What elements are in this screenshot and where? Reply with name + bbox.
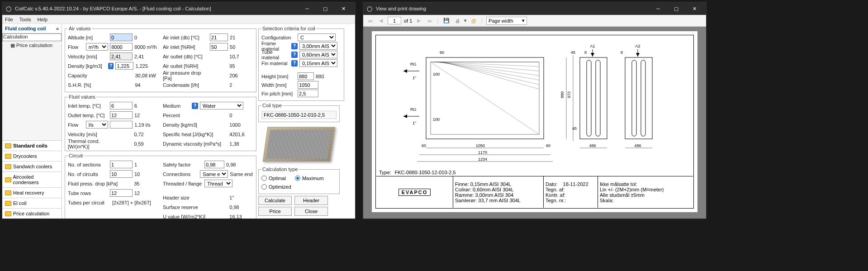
sidebar-sec-el-coil[interactable]: El coil — [2, 198, 62, 208]
price-button[interactable]: Price — [258, 207, 292, 216]
close-button[interactable]: ✕ — [685, 2, 703, 15]
flow-input[interactable] — [110, 43, 133, 51]
spheat-out: 4201,6 — [229, 132, 253, 137]
outlet-temp-input[interactable] — [110, 111, 133, 119]
fin-select[interactable]: 0,15mm AISI 30 — [299, 59, 337, 67]
tb-skala: Skala: — [600, 198, 691, 203]
svg-marker-34 — [591, 53, 594, 57]
radio-optimized[interactable] — [261, 184, 267, 190]
svg-text:60: 60 — [422, 143, 426, 148]
radio-optimal[interactable] — [261, 176, 267, 181]
svg-text:A1: A1 — [590, 44, 595, 48]
info-icon[interactable]: ? — [291, 52, 298, 58]
maximize-button[interactable]: ▢ — [316, 2, 334, 15]
uval-label: U value [W/(m2*K)] — [163, 214, 209, 219]
next-page-icon[interactable]: ▶ — [415, 17, 423, 25]
sidebar-sec-aircooled[interactable]: Aircooled condensers — [2, 171, 62, 187]
medium-select[interactable]: Water — [200, 102, 243, 109]
calculate-button[interactable]: Calculate — [258, 196, 292, 205]
fluid-flow-input[interactable] — [110, 121, 133, 128]
menu-help[interactable]: Help — [37, 17, 47, 22]
inlet-temp-input[interactable] — [110, 102, 133, 109]
shr-out: 94 — [135, 82, 158, 88]
circuits-out: 10 — [134, 171, 158, 177]
height-input[interactable] — [298, 72, 314, 80]
tube-select[interactable]: 0,60mm AISI 30 — [299, 51, 337, 58]
maximize-button[interactable]: ▢ — [667, 2, 685, 15]
sections-out: 1 — [134, 162, 158, 167]
config-select[interactable]: C — [298, 33, 336, 41]
fdensity-label: Density [kg/m3] — [163, 122, 209, 128]
fp-out: 35 — [134, 181, 158, 186]
sidebar-item-calculation[interactable]: Calculation — [2, 33, 62, 41]
density-out: 1,225 — [135, 63, 158, 69]
config-label: Configuration — [261, 35, 296, 40]
coil-preview-image — [263, 127, 336, 162]
flow-unit-select[interactable]: m³/h — [86, 43, 108, 51]
percent-label: Percent — [163, 113, 209, 118]
sidebar-sec-drycoolers[interactable]: Drycoolers — [2, 151, 62, 161]
header-button[interactable]: Header — [294, 196, 328, 205]
capacity-out: 30,08 kW — [135, 73, 158, 78]
save-icon[interactable]: 💾 — [442, 17, 451, 25]
velocity-label: Velocity [m/s] — [68, 54, 108, 59]
info-icon[interactable]: ? — [291, 43, 298, 49]
sf-input[interactable] — [204, 161, 224, 168]
sidebar-sec-price-calculation[interactable]: Price calculation — [2, 208, 62, 219]
fluid-flow-unit[interactable]: l/s — [86, 121, 108, 128]
sidebar-item-price-calc[interactable]: ▦ Price calculation — [2, 41, 62, 50]
inlet-db-label: Air inlet (db) [°C] — [163, 35, 208, 40]
width-input[interactable] — [298, 81, 318, 89]
velocity-input[interactable] — [110, 52, 133, 60]
radio-maximum[interactable] — [295, 176, 300, 181]
density-input[interactable] — [115, 62, 133, 70]
sidebar-sec-standard-coils[interactable]: Standard coils — [2, 140, 62, 151]
email-icon[interactable]: @ — [470, 17, 478, 25]
drawing-viewport[interactable]: RG RG 1" 1" 90 100 100 1050 1170 1234 60… — [363, 27, 706, 219]
dp-label: Air pressure drop [Pa] — [163, 70, 209, 81]
width-label: Width [mm] — [261, 82, 296, 88]
sidebar-sec-sandwich[interactable]: Sandwich coolers — [2, 161, 62, 171]
folder-icon — [5, 164, 11, 169]
flange-select[interactable]: Thread — [204, 180, 232, 187]
altitude-input[interactable] — [110, 33, 133, 41]
inlet-temp-label: Inlet temp. [°C] — [68, 103, 108, 109]
folder-icon — [5, 190, 11, 195]
conn-select[interactable]: Same end — [200, 170, 228, 178]
fluid-legend: Fluid values — [68, 94, 96, 100]
collapse-icon[interactable]: « — [56, 26, 59, 31]
info-icon[interactable]: ? — [108, 63, 114, 69]
menu-tools[interactable]: Tools — [19, 17, 31, 22]
svg-rect-31 — [596, 60, 600, 136]
menu-file[interactable]: File — [5, 17, 13, 22]
pitch-input[interactable] — [298, 90, 318, 97]
sections-input[interactable] — [110, 161, 133, 168]
print-icon[interactable]: 🖨 — [453, 17, 461, 25]
tb-dato-l: Dato: — [545, 181, 557, 187]
altitude-out: 0 — [134, 35, 158, 40]
surf-label: Surface reserve — [163, 204, 209, 210]
last-page-icon[interactable]: ⏭ — [426, 17, 434, 25]
rows-input[interactable] — [110, 189, 133, 197]
svg-text:486: 486 — [589, 143, 596, 148]
circuits-input[interactable] — [110, 170, 133, 178]
prev-page-icon[interactable]: ◀ — [377, 17, 385, 25]
inlet-rh-input[interactable] — [210, 43, 228, 51]
close-form-button[interactable]: Close — [294, 207, 328, 216]
inlet-db-input[interactable] — [210, 33, 228, 41]
altitude-label: Altitude [m] — [68, 35, 108, 40]
svg-text:90: 90 — [440, 50, 444, 55]
sidebar-sec-heat-recovery[interactable]: Heat recovery — [2, 187, 62, 198]
first-page-icon[interactable]: ⏮ — [366, 17, 374, 25]
inlet-rh-out: 50 — [230, 44, 253, 50]
page-input[interactable] — [388, 17, 401, 24]
minimize-button[interactable]: ─ — [649, 2, 667, 15]
visc-out: 1,38 — [229, 141, 253, 147]
close-button[interactable]: ✕ — [334, 2, 352, 15]
info-icon[interactable]: ? — [192, 103, 198, 109]
info-icon[interactable]: ? — [291, 60, 298, 67]
minimize-button[interactable]: ─ — [298, 2, 316, 15]
zoom-select[interactable]: Page width▾ — [486, 17, 527, 25]
frame-select[interactable]: 3,00mm AISI 30 — [299, 42, 337, 50]
fluid-vel-label: Velocity [m/s] — [68, 132, 109, 137]
